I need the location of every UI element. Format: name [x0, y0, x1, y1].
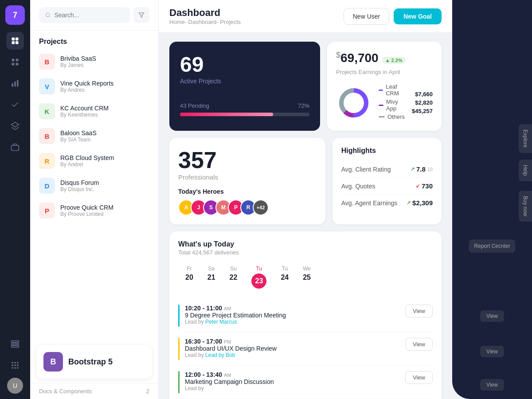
project-by: By SIA Team: [60, 137, 97, 143]
heroes-label: Today's Heroes: [178, 188, 317, 195]
breadcrumb: Home- Dashboard- Projects: [169, 19, 241, 25]
highlight-name: Avg. Quotes: [341, 183, 376, 190]
project-item[interactable]: D Disqus Forum By Disqus Inc.: [30, 173, 158, 198]
new-user-button[interactable]: New User: [344, 8, 389, 25]
calendar-day[interactable]: Su 22: [223, 262, 245, 292]
far-nav: 7 U: [0, 0, 30, 399]
highlight-value: ↗ $2,309: [407, 199, 433, 207]
page-title-section: Dashboard Home- Dashboard- Projects: [169, 7, 241, 25]
event-details: 16:30 - 17:00 PM Dashboard UI/UX Design …: [185, 338, 400, 358]
search-input[interactable]: [54, 12, 124, 19]
earnings-amount: $69,700: [336, 51, 379, 65]
event-lead: Lead by Lead by Bob: [185, 352, 400, 358]
view-event-button[interactable]: View: [405, 371, 433, 384]
day-num: 23: [251, 274, 266, 289]
nav-icon-briefcase[interactable]: [6, 138, 24, 156]
event-details: 12:00 - 13:40 AM Marketing Campaign Disc…: [185, 371, 400, 391]
legend-mivy-label: Mivy App: [386, 98, 405, 112]
project-item[interactable]: R RGB Cloud System By Andrei: [30, 149, 158, 173]
view-event-button[interactable]: View: [405, 338, 433, 351]
explore-tab[interactable]: Explore: [519, 124, 532, 153]
earnings-value: 69,700: [340, 51, 379, 65]
view-event-button[interactable]: View: [405, 305, 433, 317]
svg-rect-5: [16, 59, 19, 62]
svg-marker-11: [12, 122, 19, 127]
earnings-label: Projects Earnings in April: [336, 69, 433, 75]
calendar-day[interactable]: We 25: [296, 262, 318, 292]
svg-rect-23: [14, 367, 16, 368]
user-avatar[interactable]: U: [7, 378, 23, 394]
bootstrap-banner[interactable]: B Bootstrap 5: [36, 345, 152, 379]
amount-others: $45,257: [412, 108, 433, 114]
nav-icon-grid[interactable]: [6, 53, 24, 71]
nav-icon-layers[interactable]: [6, 117, 24, 135]
sidebar-footer[interactable]: Docs & Components 2: [30, 383, 158, 399]
project-by: By Proove Limited: [60, 211, 113, 217]
new-goal-button[interactable]: New Goal: [394, 8, 442, 24]
project-item[interactable]: K KC Account CRM By Keenthemes: [30, 99, 158, 124]
hero-avatar: +42: [253, 200, 269, 215]
nav-icon-dashboard[interactable]: [6, 32, 24, 50]
amount-mivy: $2,820: [415, 99, 433, 106]
pending-label: 43 Pending: [180, 102, 209, 109]
highlights-card: Highlights Avg. Client Rating ↗ 7.8 10 A…: [332, 138, 442, 224]
view-button-1[interactable]: View: [480, 310, 504, 322]
calendar-day[interactable]: Sa 21: [200, 262, 223, 292]
svg-rect-19: [12, 364, 13, 366]
filter-button[interactable]: [133, 7, 149, 23]
app-avatar[interactable]: 7: [5, 5, 25, 25]
view-button-2[interactable]: View: [480, 346, 504, 357]
event-item: 16:30 - 17:00 PM Dashboard UI/UX Design …: [178, 332, 433, 366]
svg-rect-13: [12, 341, 19, 342]
buy-tab[interactable]: Buy now: [519, 191, 532, 222]
svg-rect-8: [12, 83, 13, 87]
project-item[interactable]: B Briviba SaaS By James: [30, 49, 158, 74]
earnings-card: $69,700 ▲ 2.2% Projects Earnings in Apri…: [327, 42, 442, 131]
svg-rect-16: [12, 362, 13, 364]
nav-icon-settings[interactable]: [6, 335, 24, 353]
day-name: We: [303, 266, 311, 272]
view-button-3[interactable]: View: [480, 379, 504, 391]
project-info: Baloon SaaS By SIA Team: [60, 129, 97, 143]
event-lead-link[interactable]: Peter Marcus: [205, 319, 237, 325]
project-info: KC Account CRM By Keenthemes: [60, 105, 109, 118]
calendar-day[interactable]: Fr 20: [178, 262, 200, 292]
svg-line-26: [49, 16, 50, 17]
highlight-row: Avg. Agent Earnings ↗ $2,309: [341, 195, 433, 211]
legend-item-others: Others: [379, 113, 405, 120]
event-item: 10:20 - 11:00 AM 9 Degree Project Estima…: [178, 299, 433, 332]
legend-others-label: Others: [387, 113, 405, 120]
day-name: Su: [230, 266, 237, 272]
day-name: Fr: [187, 266, 192, 272]
day-name: Tu: [256, 266, 262, 272]
project-item[interactable]: V Vine Quick Reports By Andres: [30, 74, 158, 99]
events-list: 10:20 - 11:00 AM 9 Degree Project Estima…: [178, 299, 433, 399]
report-button[interactable]: Report Cecnter: [469, 239, 515, 253]
legend-leaf-label: Leaf CRM: [386, 83, 405, 97]
legend-item-leaf: Leaf CRM: [379, 83, 405, 97]
nav-icon-chart[interactable]: [6, 74, 24, 92]
highlight-value: ↙ 730: [416, 182, 433, 190]
svg-rect-21: [17, 364, 18, 366]
calendar-day[interactable]: Tu 23: [244, 262, 274, 292]
event-view: View: [405, 338, 433, 351]
help-tab[interactable]: Help: [519, 160, 532, 181]
highlight-row: Avg. Client Rating ↗ 7.8 10: [341, 161, 433, 178]
calendar-day[interactable]: Tu 24: [274, 262, 296, 292]
main-content: Dashboard Home- Dashboard- Projects New …: [159, 0, 452, 399]
calendar-days: Fr 20 Sa 21 Su 22 Tu 23 Tu 24 We 25: [178, 262, 433, 292]
highlight-row: Avg. Quotes ↙ 730: [341, 178, 433, 195]
progress-fill: [180, 113, 273, 116]
project-item[interactable]: P Proove Quick CRM By Proove Limited: [30, 198, 158, 223]
project-item[interactable]: B Baloon SaaS By SIA Team: [30, 124, 158, 149]
highlight-name: Avg. Agent Earnings: [341, 200, 398, 207]
svg-rect-12: [12, 145, 19, 151]
footer-count: 2: [146, 388, 149, 395]
search-icon: [45, 12, 51, 18]
event-name: Dashboard UI/UX Design Review: [185, 345, 400, 352]
svg-rect-0: [12, 38, 15, 41]
nav-icon-check[interactable]: [6, 96, 24, 113]
event-lead-link[interactable]: Lead by Bob: [205, 352, 235, 358]
nav-icon-modules[interactable]: [6, 356, 24, 374]
projects-title: Projects: [30, 31, 158, 49]
